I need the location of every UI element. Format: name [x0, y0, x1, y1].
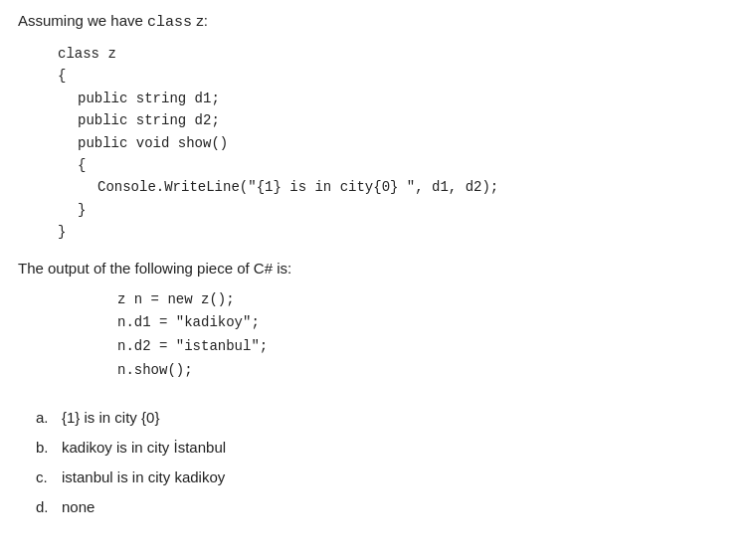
snippet-line-2: n.d1 = "kadikoy"; — [117, 311, 738, 335]
snippet-line-3: n.d2 = "istanbul"; — [117, 335, 738, 359]
options-list: a. {1} is in city {0} b. kadikoy is in c… — [36, 403, 738, 522]
code-line-6: { — [78, 154, 738, 176]
code-line-1: class z — [58, 43, 738, 65]
option-d-text: none — [62, 492, 94, 522]
option-a: a. {1} is in city {0} — [36, 403, 738, 433]
option-a-letter: a. — [36, 403, 56, 433]
option-d-letter: d. — [36, 492, 56, 522]
code-line-3: public string d1; — [78, 88, 738, 109]
code-line-5: public void show() — [78, 132, 738, 154]
option-b: b. kadikoy is in city İstanbul — [36, 433, 738, 463]
class-code-block: class z { public string d1; public strin… — [58, 43, 738, 244]
snippet-line-1: z n = new z(); — [117, 288, 738, 312]
snippet-line-4: n.show(); — [117, 359, 738, 383]
code-line-9: } — [58, 221, 738, 243]
code-line-8: } — [78, 199, 738, 221]
intro-suffix: z: — [192, 12, 208, 29]
option-b-text: kadikoy is in city İstanbul — [62, 433, 226, 463]
option-c: c. istanbul is in city kadikoy — [36, 463, 738, 492]
option-c-text: istanbul is in city kadikoy — [62, 463, 225, 492]
intro-line: Assuming we have class z: — [18, 12, 738, 31]
code-line-2: { — [58, 65, 738, 87]
code-line-7: Console.WriteLine("{1} is in city{0} ", … — [97, 176, 738, 198]
intro-code: class — [147, 14, 192, 31]
option-c-letter: c. — [36, 463, 56, 492]
code-line-4: public string d2; — [78, 109, 738, 131]
intro-prefix: Assuming we have — [18, 12, 147, 29]
option-b-letter: b. — [36, 433, 56, 463]
snippet-code-block: z n = new z(); n.d1 = "kadikoy"; n.d2 = … — [117, 288, 738, 383]
option-a-text: {1} is in city {0} — [62, 403, 159, 433]
option-d: d. none — [36, 492, 738, 522]
section-label: The output of the following piece of C# … — [18, 260, 738, 277]
